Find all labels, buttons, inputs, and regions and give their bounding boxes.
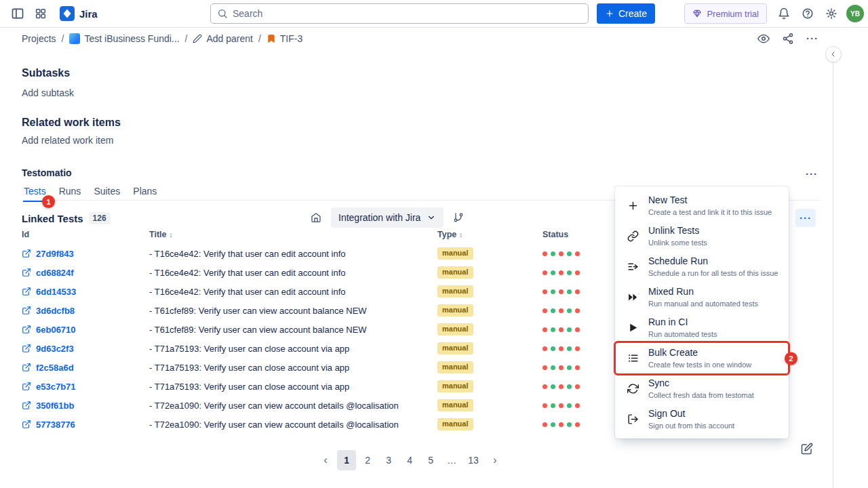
feedback-button[interactable]	[796, 438, 818, 460]
type-badge: manual	[437, 380, 473, 392]
page-button-13[interactable]: 13	[463, 450, 484, 470]
jira-logo[interactable]: Jira	[60, 6, 98, 21]
menu-item-new-test[interactable]: New TestCreate a test and link it it to …	[615, 190, 789, 221]
help-button[interactable]	[797, 3, 818, 24]
test-id: 6dd14533	[36, 287, 76, 297]
top-navigation-bar: Jira Create Premium trial	[0, 0, 868, 28]
menu-item-subtitle: Schedule a run for all tests of this iss…	[648, 268, 778, 278]
test-id-link[interactable]: 6eb06710	[22, 325, 149, 335]
create-button[interactable]: Create	[597, 3, 655, 24]
linked-tests-title: Linked Tests	[22, 213, 83, 224]
premium-trial-button[interactable]: Premium trial	[684, 3, 767, 24]
integration-dropdown[interactable]: Integration with Jira	[331, 207, 443, 228]
test-id-link[interactable]: cd68824f	[22, 268, 149, 278]
panel-collapse-button[interactable]	[825, 46, 842, 62]
issue-key-link[interactable]: TIF-3	[267, 33, 302, 44]
test-id-link[interactable]: 3d6dcfb8	[22, 306, 149, 316]
global-search[interactable]	[210, 3, 589, 24]
issue-more-button[interactable]: ···	[802, 28, 823, 49]
workflow-button[interactable]	[449, 208, 468, 227]
app-switcher-button[interactable]	[30, 3, 52, 24]
sidebar-toggle-button[interactable]	[7, 3, 28, 24]
status-dot-green	[567, 365, 572, 370]
menu-item-title: Sign Out	[648, 408, 734, 420]
test-title: - T71a75193: Verify user can close accou…	[149, 382, 437, 392]
menu-item-text: SyncCollect fresh data from testomat	[648, 378, 754, 400]
annotation-step-1-badge: 1	[42, 195, 55, 208]
add-parent-button[interactable]: Add parent	[193, 33, 253, 44]
external-link-icon	[22, 325, 31, 334]
column-header-type[interactable]: Type↕	[437, 230, 542, 239]
menu-item-subtitle: Create few tests in one window	[648, 360, 751, 369]
next-page-button[interactable]: ›	[486, 450, 505, 470]
breadcrumb-separator: /	[62, 33, 64, 44]
add-subtask-button[interactable]: Add subtask	[22, 87, 74, 98]
breadcrumb-separator: /	[185, 33, 188, 44]
pagination: ‹12345…13›	[22, 450, 799, 470]
issue-key-label: TIF-3	[280, 33, 302, 44]
external-link-icon	[22, 363, 31, 372]
pencil-icon	[193, 34, 202, 43]
test-type-cell: manual	[437, 285, 542, 298]
annotation-step-2-badge: 2	[785, 352, 797, 365]
menu-item-subtitle: Run automated tests	[648, 329, 717, 339]
menu-item-mixed-run[interactable]: Mixed RunRun manual and automated tests	[615, 282, 789, 312]
jira-issue-page: Jira Create Premium trial	[0, 0, 868, 488]
page-button-3[interactable]: 3	[379, 450, 398, 470]
notifications-button[interactable]	[773, 3, 795, 24]
watch-button[interactable]	[753, 28, 774, 49]
breadcrumb-project-link[interactable]: Test iBusiness Fundi...	[69, 33, 179, 44]
test-title: - T61cfef89: Verify user can view accoun…	[149, 306, 437, 316]
menu-item-schedule-run[interactable]: Schedule RunSchedule a run for all tests…	[615, 251, 789, 282]
search-input[interactable]	[233, 8, 582, 19]
test-id-link[interactable]: e53c7b71	[22, 382, 149, 392]
page-button-1[interactable]: 1	[337, 450, 356, 470]
menu-item-subtitle: Run manual and automated tests	[648, 299, 758, 308]
linked-tests-more-button[interactable]: ···	[795, 209, 816, 227]
plus-icon	[605, 9, 614, 18]
column-header-label: Status	[542, 230, 568, 239]
test-id-link[interactable]: f2c58a6d	[22, 363, 149, 373]
test-id: 6eb06710	[36, 325, 76, 335]
test-type-cell: manual	[437, 361, 542, 373]
page-button-5[interactable]: 5	[421, 450, 440, 470]
status-dot-green	[567, 308, 572, 313]
testomatio-more-button[interactable]: ···	[802, 165, 822, 182]
page-ellipsis: …	[442, 450, 461, 470]
status-dot-red	[575, 403, 580, 408]
add-related-work-item-button[interactable]: Add related work item	[22, 135, 113, 146]
user-avatar[interactable]: YB	[846, 5, 864, 22]
test-id-link[interactable]: 9d63c2f3	[22, 344, 149, 354]
app-switcher-grid-icon	[35, 7, 47, 20]
status-dot-red	[542, 327, 547, 332]
breadcrumb-projects-label: Projects	[22, 33, 56, 44]
home-button[interactable]	[307, 208, 326, 227]
share-button[interactable]	[777, 28, 799, 49]
page-button-2[interactable]: 2	[358, 450, 377, 470]
prev-page-button[interactable]: ‹	[316, 450, 335, 470]
settings-button[interactable]	[821, 3, 842, 24]
page-button-4[interactable]: 4	[400, 450, 419, 470]
test-id-link[interactable]: 57738776	[22, 420, 149, 430]
test-id-cell: e53c7b71	[22, 382, 149, 392]
test-id-link[interactable]: 350f61bb	[22, 401, 149, 411]
menu-item-subtitle: Collect fresh data from testomat	[648, 390, 754, 400]
status-dot-red	[559, 251, 564, 256]
create-button-label: Create	[618, 8, 647, 19]
test-id-link[interactable]: 6dd14533	[22, 287, 149, 297]
menu-item-run-in-ci[interactable]: Run in CIRun automated tests	[615, 312, 789, 343]
breadcrumb-projects-link[interactable]: Projects	[22, 33, 56, 44]
ellipsis-icon: ···	[806, 168, 818, 180]
menu-item-unlink-tests[interactable]: Unlink TestsUnlink some tests	[615, 221, 789, 251]
menu-item-text: Bulk CreateCreate few tests in one windo…	[648, 347, 751, 369]
breadcrumb-separator: /	[258, 33, 261, 44]
menu-item-bulk-create[interactable]: Bulk CreateCreate few tests in one windo…	[615, 343, 789, 373]
status-dot-red	[575, 384, 580, 389]
status-dot-red	[559, 403, 564, 408]
menu-item-sign-out[interactable]: Sign OutSign out from this account	[615, 404, 789, 434]
bookmark-icon	[267, 34, 276, 43]
column-header-title[interactable]: Title↕	[149, 230, 437, 239]
test-id-link[interactable]: 27d9f843	[22, 249, 149, 259]
status-dot-green	[551, 422, 555, 427]
menu-item-sync[interactable]: SyncCollect fresh data from testomat	[615, 373, 789, 404]
